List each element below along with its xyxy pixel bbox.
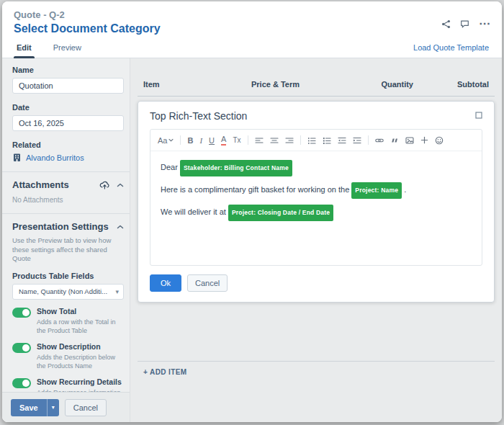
- divider: [2, 171, 130, 172]
- font-style-picker[interactable]: Aa: [158, 136, 174, 145]
- save-button[interactable]: Save ▾: [11, 399, 59, 416]
- rich-text-editor: Aa B I U A Tx: [150, 129, 482, 266]
- richtext-content-area[interactable]: Dear Stakeholder: Billing Contact Name H…: [150, 151, 482, 265]
- toggle-row-show-total: Show Total Adds a row with the Total in …: [12, 307, 124, 335]
- name-input[interactable]: Quotation: [12, 78, 124, 94]
- divider: [2, 213, 130, 214]
- toggle-desc: Adds the Description below the Products …: [37, 353, 124, 370]
- insert-field-plus-icon[interactable]: [420, 136, 428, 144]
- collapse-presentation-chevron-up-icon[interactable]: [117, 225, 124, 229]
- underline-icon[interactable]: U: [209, 136, 215, 145]
- collapse-attachments-chevron-up-icon[interactable]: [117, 183, 124, 187]
- company-icon: [12, 153, 22, 162]
- align-right-icon[interactable]: [285, 136, 294, 145]
- italic-icon[interactable]: I: [199, 136, 202, 145]
- column-item: Item: [143, 80, 251, 89]
- products-table-fields-label: Products Table Fields: [12, 272, 124, 280]
- column-subtotal: Subtotal: [413, 80, 489, 89]
- toggle-label: Show Description: [37, 342, 124, 352]
- load-quote-template-link[interactable]: Load Quote Template: [413, 43, 489, 58]
- text-color-icon[interactable]: A: [221, 135, 226, 146]
- toggle-row-show-recurring-details: Show Recurring Details Adds Recurrence i…: [12, 377, 124, 392]
- align-left-icon[interactable]: [255, 136, 264, 145]
- products-table-fields-select[interactable]: Name, Quantity (Non Additi... ▾: [12, 284, 124, 300]
- related-record-link[interactable]: Alvando Burritos: [26, 153, 84, 162]
- clear-formatting-icon[interactable]: Tx: [233, 136, 240, 145]
- merge-token-billing-contact-name[interactable]: Stakeholder: Billing Contact Name: [180, 160, 292, 176]
- related-label: Related: [12, 140, 124, 149]
- richtext-toolbar: Aa B I U A Tx: [150, 130, 482, 151]
- bullet-list-icon[interactable]: [307, 136, 316, 145]
- presentation-help-text: Use the Preview tab to view how these se…: [12, 236, 124, 264]
- expand-icon[interactable]: [475, 110, 482, 119]
- rich-text-section-modal: Top Rich-Text Section Aa B: [138, 101, 495, 303]
- breadcrumb: Quote - Q-2: [14, 9, 161, 20]
- bold-icon[interactable]: B: [187, 136, 193, 145]
- toolbar-separator: [368, 135, 369, 145]
- outdent-icon[interactable]: [338, 136, 346, 145]
- attachments-title: Attachments: [12, 179, 69, 190]
- tab-preview[interactable]: Preview: [52, 43, 83, 58]
- column-price-term: Price & Term: [251, 80, 341, 89]
- link-icon[interactable]: [375, 136, 384, 145]
- image-icon[interactable]: [405, 136, 414, 145]
- page-title: Select Document Category: [14, 22, 161, 35]
- align-center-icon[interactable]: [270, 136, 279, 145]
- save-label: Save: [11, 399, 47, 416]
- quote-icon[interactable]: [390, 136, 399, 145]
- font-style-label: Aa: [158, 136, 167, 145]
- date-input[interactable]: Oct 16, 2025: [12, 115, 124, 131]
- date-label: Date: [12, 103, 124, 112]
- merge-token-project-closing-date[interactable]: Project: Closing Date / End Date: [228, 205, 333, 221]
- show-total-toggle[interactable]: [12, 308, 31, 318]
- line-text: We will deliver it at: [161, 207, 228, 216]
- sidebar-footer: Save ▾ Cancel: [2, 392, 130, 422]
- indent-icon[interactable]: [353, 136, 361, 145]
- toggle-desc: Adds a row with the Total in the Product…: [37, 318, 124, 335]
- more-options-icon[interactable]: ⋯: [479, 21, 490, 27]
- richtext-line: Dear Stakeholder: Billing Contact Name: [161, 160, 472, 176]
- name-label: Name: [12, 66, 124, 74]
- line-text: .: [402, 185, 406, 194]
- numbered-list-icon[interactable]: [323, 136, 331, 145]
- presentation-settings-title: Presentation Settings: [12, 221, 109, 232]
- products-table-fields-value: Name, Quantity (Non Additi...: [19, 287, 107, 295]
- line-text: Dear: [161, 163, 180, 171]
- line-text: Here is a complimentary gift basket for …: [161, 185, 351, 194]
- quote-editor-window: Quote - Q-2 Select Document Category ⋯: [2, 1, 502, 422]
- tab-bar: Edit Preview Load Quote Template: [2, 39, 502, 58]
- emoji-icon[interactable]: [435, 136, 444, 145]
- chevron-down-icon: ▾: [115, 288, 119, 295]
- toolbar-separator: [180, 135, 181, 145]
- show-description-toggle[interactable]: [12, 343, 31, 353]
- modal-cancel-button[interactable]: Cancel: [187, 274, 228, 292]
- tab-edit[interactable]: Edit: [15, 43, 33, 58]
- modal-title: Top Rich-Text Section: [150, 110, 247, 122]
- merge-token-project-name[interactable]: Project: Name: [351, 182, 402, 199]
- toggle-label: Show Recurring Details: [37, 377, 124, 387]
- show-recurring-details-toggle[interactable]: [12, 378, 31, 388]
- no-attachments-text: No Attachments: [12, 196, 124, 204]
- column-quantity: Quantity: [341, 80, 413, 89]
- add-item-button[interactable]: + ADD ITEM: [138, 361, 495, 376]
- toggle-row-show-description: Show Description Adds the Description be…: [12, 342, 124, 370]
- items-table-header: Item Price & Term Quantity Subtotal: [138, 76, 495, 97]
- cancel-button[interactable]: Cancel: [65, 399, 107, 416]
- sidebar: Name Quotation Date Oct 16, 2025 Related: [2, 58, 130, 422]
- toggle-label: Show Total: [37, 307, 124, 316]
- richtext-line: We will deliver it at Project: Closing D…: [161, 205, 472, 221]
- share-icon[interactable]: [441, 19, 451, 29]
- header: Quote - Q-2 Select Document Category ⋯: [2, 1, 502, 39]
- save-options-caret-icon[interactable]: ▾: [47, 399, 59, 416]
- upload-cloud-icon[interactable]: [99, 180, 110, 189]
- main-area: Item Price & Term Quantity Subtotal Top …: [130, 58, 502, 422]
- toolbar-separator: [248, 135, 248, 145]
- toolbar-separator: [300, 135, 301, 145]
- ok-button[interactable]: Ok: [150, 274, 181, 292]
- comment-icon[interactable]: [460, 19, 469, 29]
- richtext-line: Here is a complimentary gift basket for …: [161, 182, 472, 199]
